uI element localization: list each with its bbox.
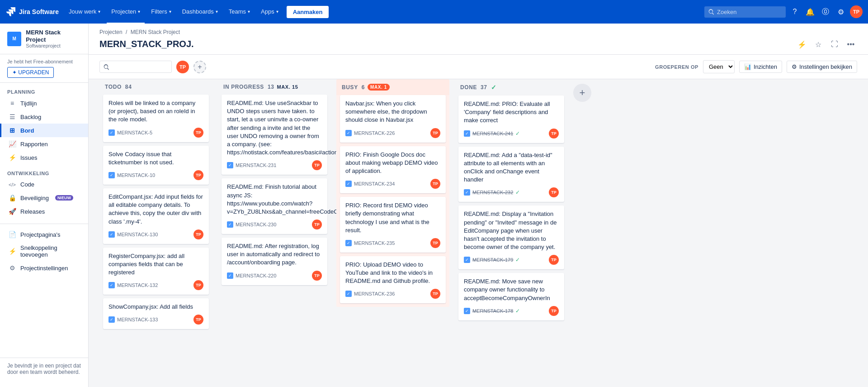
sidebar-item-projectpaginas[interactable]: 📄 Projectpagina's — [0, 228, 88, 241]
sidebar-item-projectinstellingen[interactable]: ⚙ Projectinstellingen — [0, 261, 88, 275]
sidebar-item-snelkoppeling[interactable]: ⚡ Snelkoppeling toevoegen — [0, 241, 88, 261]
topnav-right-actions: ? 🔔 ⓪ ⚙ TP — [704, 5, 863, 18]
notifications-icon-button[interactable]: 🔔 — [804, 5, 816, 18]
card-meta: ✓ MERNSTACK-241 ✓ — [464, 130, 520, 137]
story-icon: ✓ — [464, 189, 470, 196]
lightning-icon-button[interactable]: ⚡ — [796, 38, 808, 51]
card-text: PRIO: Record first DEMO video briefly de… — [345, 201, 440, 234]
breadcrumb-projecten[interactable]: Projecten — [99, 29, 123, 35]
nav-filters[interactable]: Filters ▾ — [146, 0, 175, 24]
card-id: MERNSTACK-130 — [117, 232, 158, 237]
card-mernstack-132[interactable]: RegisterCompany.jsx: add all companies f… — [103, 248, 209, 295]
instellingen-button[interactable]: ⚙ Instellingen bekijken — [787, 61, 857, 73]
card-mernstack-234[interactable]: PRIO: Finish Google Docs doc about makin… — [340, 146, 446, 194]
sidebar: M MERN Stack Project Softwareproject Je … — [0, 24, 89, 387]
new-badge: NIEUW — [55, 195, 73, 201]
nav-teams[interactable]: Teams ▾ — [224, 0, 255, 24]
star-icon-button[interactable]: ☆ — [812, 38, 825, 51]
card-mernstack-226[interactable]: Navbar.jsx: When you click somewhere els… — [340, 95, 446, 143]
snelkoppeling-icon: ⚡ — [9, 248, 16, 255]
sidebar-item-bord[interactable]: ⊞ Bord — [0, 124, 88, 137]
card-mernstack-178[interactable]: README.md: Move save new company owner f… — [458, 273, 564, 320]
chevron-down-icon: ▾ — [216, 9, 218, 14]
column-busy-cards: Navbar.jsx: When you click somewhere els… — [336, 95, 449, 307]
card-meta: ✓ MERNSTACK-133 — [108, 316, 158, 323]
card-mernstack-220[interactable]: README.md: After registration, log user … — [222, 238, 327, 285]
chevron-down-icon: ▾ — [276, 9, 278, 14]
expand-icon-button[interactable]: ⛶ — [828, 38, 841, 51]
sidebar-item-tijdlijn[interactable]: ≡ Tijdlijn — [0, 96, 88, 110]
card-footer: ✓ MERNSTACK-241 ✓ TP — [464, 129, 559, 139]
column-todo-count: 84 — [125, 84, 132, 90]
card-meta: ✓ MERNSTACK-230 — [227, 221, 276, 228]
story-icon: ✓ — [108, 129, 115, 136]
column-done-header: DONE 37 ✓ — [455, 79, 568, 96]
card-mernstack-133[interactable]: ShowCompany.jsx: Add all fields ✓ MERNST… — [103, 298, 209, 329]
main-content: Projecten / MERN Stack Project MERN_STAC… — [89, 24, 868, 387]
board-user-avatar[interactable]: TP — [176, 61, 189, 73]
column-busy-header: BUSY 6 MAX. 1 — [336, 79, 449, 95]
card-mernstack-235[interactable]: PRIO: Record first DEMO video briefly de… — [340, 197, 446, 253]
story-icon: ✓ — [227, 272, 233, 279]
search-input[interactable] — [704, 6, 786, 18]
beveiliging-icon: 🔒 — [9, 194, 16, 201]
nav-projecten[interactable]: Projecten ▾ — [107, 0, 145, 24]
add-column-button[interactable]: + — [573, 84, 591, 102]
card-footer: ✓ MERNSTACK-5 TP — [108, 128, 203, 138]
story-icon: ✓ — [464, 308, 470, 314]
sidebar-item-code[interactable]: </> Code — [0, 178, 88, 191]
app-logo[interactable]: Jira Software — [5, 6, 59, 17]
sidebar-item-backlog[interactable]: ☰ Backlog — [0, 110, 88, 124]
board-toolbar-right: GROEPEREN OP Geen 📊 Inzichten ⚙ Instelli… — [655, 60, 857, 73]
card-mernstack-231[interactable]: README.md: Use useSnackbar to UNDO steps… — [222, 95, 327, 175]
story-icon: ✓ — [345, 130, 352, 136]
card-mernstack-179[interactable]: README.md: Display a "Invitation pending… — [458, 205, 564, 269]
bord-icon: ⊞ — [9, 127, 16, 134]
card-avatar: TP — [430, 179, 440, 189]
card-avatar: TP — [193, 315, 203, 325]
card-mernstack-5[interactable]: Roles will be linked to a company (or pr… — [103, 95, 209, 142]
card-meta: ✓ MERNSTACK-231 — [227, 162, 276, 168]
card-id: MERNSTACK-220 — [236, 273, 276, 278]
card-mernstack-232[interactable]: README.md: Add a "data-test-id" attribut… — [458, 147, 564, 202]
more-icon-button[interactable]: ••• — [844, 38, 857, 51]
card-mernstack-236[interactable]: PRIO: Upload DEMO video to YouTube and l… — [340, 256, 446, 304]
board-search-input[interactable] — [99, 61, 172, 73]
project-name: MERN Stack Project — [26, 29, 81, 43]
card-footer: ✓ MERNSTACK-220 TP — [227, 271, 322, 281]
card-mernstack-230[interactable]: README.md: Finish tutorial about async J… — [222, 178, 327, 234]
help-circle-icon-button[interactable]: ⓪ — [819, 5, 832, 18]
inzichten-button[interactable]: 📊 Inzichten — [739, 61, 782, 73]
aanmaken-button[interactable]: Aanmaken — [287, 6, 329, 18]
sidebar-item-beveiliging[interactable]: 🔒 Beveiliging NIEUW — [0, 191, 88, 205]
upgrade-notice: Je hebt het Free-abonnement — [7, 59, 81, 64]
column-done: DONE 37 ✓ README.md: PRIO: Evaluate all … — [455, 79, 568, 324]
sidebar-item-releases[interactable]: 🚀 Releases — [0, 205, 88, 218]
nav-dashboards[interactable]: Dashboards ▾ — [178, 0, 222, 24]
chevron-down-icon: ▾ — [138, 9, 140, 14]
jira-logo-icon — [5, 6, 16, 17]
sidebar-item-issues[interactable]: ⚡ Issues — [0, 151, 88, 164]
card-meta: ✓ MERNSTACK-226 — [345, 130, 395, 136]
upgrade-button[interactable]: ✦ UPGRADEN — [7, 67, 54, 78]
card-text: PRIO: Finish Google Docs doc about makin… — [345, 151, 440, 176]
card-footer: ✓ MERNSTACK-230 TP — [227, 220, 322, 229]
card-id: MERNSTACK-231 — [236, 162, 276, 168]
card-text: PRIO: Upload DEMO video to YouTube and l… — [345, 261, 440, 286]
help-icon-button[interactable]: ? — [788, 5, 801, 18]
card-mernstack-241[interactable]: README.md: PRIO: Evaluate all 'Company' … — [458, 96, 564, 143]
groeperen-select[interactable]: Geen — [703, 60, 735, 73]
card-mernstack-10[interactable]: Solve Codacy issue that ticketnumber is … — [103, 146, 209, 185]
nav-jouw-werk[interactable]: Jouw werk ▾ — [64, 0, 105, 24]
settings-icon: ⚙ — [792, 63, 797, 70]
card-footer: ✓ MERNSTACK-232 ✓ TP — [464, 187, 559, 197]
settings-icon-button[interactable]: ⚙ — [835, 5, 847, 18]
breadcrumb-mern[interactable]: MERN Stack Project — [131, 29, 180, 35]
card-meta: ✓ MERNSTACK-130 — [108, 231, 158, 238]
card-mernstack-130[interactable]: EditCompant.jsx: Add input fields for al… — [103, 188, 209, 244]
user-avatar[interactable]: TP — [850, 5, 863, 18]
card-footer: ✓ MERNSTACK-226 TP — [345, 128, 440, 138]
nav-apps[interactable]: Apps ▾ — [256, 0, 283, 24]
add-member-button[interactable]: + — [193, 61, 206, 73]
sidebar-item-rapporten[interactable]: 📈 Rapporten — [0, 137, 88, 151]
